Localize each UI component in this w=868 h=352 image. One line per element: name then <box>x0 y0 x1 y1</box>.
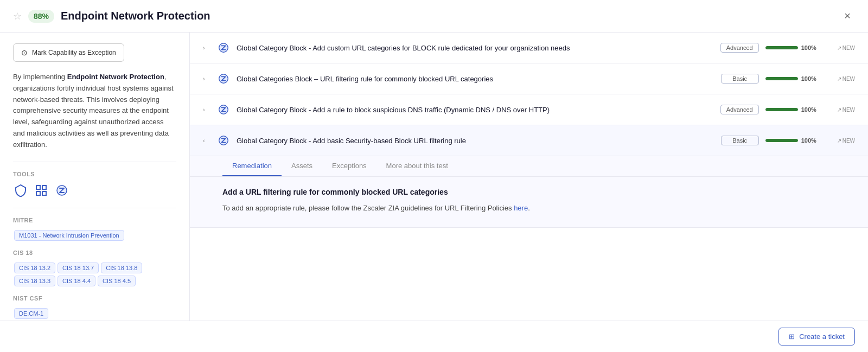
nist-tags: DE.CM-1 <box>13 307 176 320</box>
divider2 <box>13 208 176 208</box>
shield-tool-icon[interactable] <box>13 183 28 198</box>
capability-row-2[interactable]: › Global Categories Block – URL filterin… <box>190 63 868 94</box>
progress-bar-4 <box>765 139 798 142</box>
new-badge-2: ↗ NEW <box>837 76 855 82</box>
sidebar: ⊙ Mark Capability as Exception By implem… <box>0 33 190 348</box>
cis18-label: CIS 18 <box>13 249 176 256</box>
capability-row-4[interactable]: ‹ Global Category Block - Add basic Secu… <box>190 125 868 156</box>
tab-exceptions[interactable]: Exceptions <box>322 156 376 176</box>
capability-name-4: Global Category Block - Add basic Securi… <box>237 137 714 145</box>
divider <box>13 162 176 162</box>
exception-button[interactable]: ⊙ Mark Capability as Exception <box>13 43 124 62</box>
logo-2 <box>217 72 230 85</box>
header: ☆ 88% Endpoint Network Protection × <box>0 0 868 33</box>
tabs-row: Remediation Assets Exceptions More about… <box>190 156 868 177</box>
chevron-icon-3: › <box>203 106 210 113</box>
content-title: Add a URL filtering rule for commonly bl… <box>222 188 835 196</box>
logo-1 <box>217 41 230 54</box>
capability-name-3: Global Category Block - Add a rule to bl… <box>237 106 714 114</box>
expanded-section: Remediation Assets Exceptions More about… <box>190 156 868 228</box>
chevron-icon-2: › <box>203 75 210 82</box>
level-badge-3: Advanced <box>720 105 759 114</box>
chevron-icon-4: ‹ <box>203 137 210 144</box>
nist-tag-0[interactable]: DE.CM-1 <box>14 308 48 319</box>
level-badge-2: Basic <box>721 74 759 84</box>
capability-row-1[interactable]: › Global Category Block - Add custom URL… <box>190 33 868 63</box>
tab-assets[interactable]: Assets <box>282 156 322 176</box>
svg-rect-1 <box>42 185 46 189</box>
zscaler-tool-icon[interactable] <box>54 183 69 198</box>
level-badge-4: Basic <box>721 136 759 145</box>
cis18-tag-5[interactable]: CIS 18 4.5 <box>98 276 136 286</box>
tools-label: TOOLS <box>13 171 176 177</box>
logo-3 <box>217 103 230 116</box>
page-title: Endpoint Network Protection <box>61 10 833 22</box>
level-badge-1: Advanced <box>720 43 759 53</box>
progress-area-1: 100% <box>765 44 831 51</box>
cis18-tag-4[interactable]: CIS 18 4.4 <box>58 276 95 286</box>
new-badge-1: ↗ NEW <box>837 45 855 51</box>
svg-rect-0 <box>36 185 40 189</box>
mitre-tags: M1031 - Network Intrusion Prevention <box>13 229 176 242</box>
progress-bar-2 <box>765 77 798 80</box>
capability-row-3[interactable]: › Global Category Block - Add a rule to … <box>190 94 868 125</box>
mitre-label: MITRE <box>13 217 176 223</box>
tools-row <box>13 183 176 198</box>
tab-more-about[interactable]: More about this test <box>376 156 458 176</box>
cis18-tags: CIS 18 13.2 CIS 18 13.7 CIS 18 13.8 CIS … <box>13 261 176 287</box>
progress-pct-2: 100% <box>801 75 816 82</box>
tab-remediation[interactable]: Remediation <box>222 156 282 176</box>
progress-area-3: 100% <box>765 106 831 113</box>
content-body: To add an appropriate rule, please follo… <box>222 203 835 214</box>
footer: ⊞ Create a ticket <box>0 321 868 352</box>
expanded-content: Add a URL filtering rule for commonly bl… <box>190 177 868 227</box>
progress-pct-4: 100% <box>801 137 816 144</box>
svg-rect-2 <box>36 191 40 195</box>
cis18-tag-2[interactable]: CIS 18 13.8 <box>101 263 142 273</box>
cis18-tag-0[interactable]: CIS 18 13.2 <box>14 263 55 273</box>
progress-pct-1: 100% <box>801 44 816 51</box>
page-container: ☆ 88% Endpoint Network Protection × ⊙ Ma… <box>0 0 868 352</box>
create-ticket-label: Create a ticket <box>799 332 845 341</box>
chevron-icon-1: › <box>203 44 210 51</box>
cis18-tag-3[interactable]: CIS 18 13.3 <box>14 276 55 286</box>
cis18-tag-1[interactable]: CIS 18 13.7 <box>58 263 99 273</box>
capability-name-2: Global Categories Block – URL filtering … <box>237 75 714 83</box>
new-badge-3: ↗ NEW <box>837 107 855 113</box>
content-area: › Global Category Block - Add custom URL… <box>190 33 868 348</box>
close-button[interactable]: × <box>840 8 855 24</box>
score-badge: 88% <box>28 10 54 23</box>
exception-button-label: Mark Capability as Exception <box>32 49 116 56</box>
mitre-tag-0[interactable]: M1031 - Network Intrusion Prevention <box>14 230 124 241</box>
progress-area-4: 100% <box>765 137 831 144</box>
progress-area-2: 100% <box>765 75 831 82</box>
description-text: By implementing Endpoint Network Protect… <box>13 72 176 151</box>
new-badge-4: ↗ NEW <box>837 138 855 144</box>
here-link[interactable]: here <box>514 204 528 212</box>
svg-rect-3 <box>42 191 46 195</box>
create-ticket-button[interactable]: ⊞ Create a ticket <box>778 328 855 345</box>
progress-bar-3 <box>765 108 798 111</box>
logo-4 <box>217 134 230 147</box>
star-icon[interactable]: ☆ <box>13 10 22 22</box>
exception-icon: ⊙ <box>21 48 28 57</box>
ticket-icon: ⊞ <box>789 332 795 341</box>
nist-label: NIST CSF <box>13 295 176 302</box>
grid-tool-icon[interactable] <box>34 183 49 198</box>
progress-bar-1 <box>765 46 798 49</box>
main-layout: ⊙ Mark Capability as Exception By implem… <box>0 33 868 348</box>
capability-name-1: Global Category Block - Add custom URL c… <box>237 44 714 52</box>
progress-pct-3: 100% <box>801 106 816 113</box>
